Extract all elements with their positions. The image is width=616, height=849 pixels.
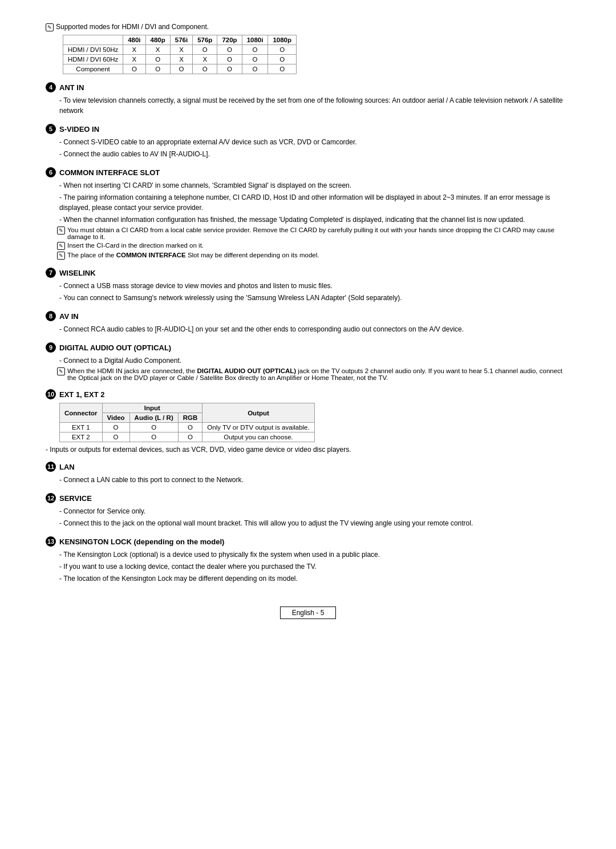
bullet-item: Connect a LAN cable to this port to conn… xyxy=(59,475,570,485)
bullet-item: If you want to use a locking device, con… xyxy=(59,561,570,572)
section-title: S-VIDEO IN xyxy=(59,125,99,134)
section-num: 12 xyxy=(46,493,56,503)
section-ext: 10 EXT 1, EXT 2 Connector Input Output V… xyxy=(46,389,570,454)
intro-section: ✎ Supported modes for HDMI / DVI and Com… xyxy=(46,23,570,74)
footer-label: English - 5 xyxy=(292,609,325,617)
section-num: 13 xyxy=(46,536,56,547)
section-num: 5 xyxy=(46,124,56,134)
section-num: 6 xyxy=(46,167,56,177)
section-title: LAN xyxy=(59,463,75,471)
hdmi-table: 480i 480p 576i 576p 720p 1080i 1080p HDM… xyxy=(63,35,297,74)
bullet-item: Connect this to the jack on the optional… xyxy=(59,518,570,528)
table-row: EXT 2 O O O Output you can choose. xyxy=(60,432,315,442)
section-num: 7 xyxy=(46,268,56,278)
section-header-lan: 11 LAN xyxy=(46,462,570,472)
section-title: WISELINK xyxy=(59,269,96,277)
note-text: You must obtain a CI CARD from a local c… xyxy=(67,227,570,240)
section-av-in: 8 AV IN Connect RCA audio cables to [R-A… xyxy=(46,311,570,334)
section-num: 8 xyxy=(46,311,56,321)
note-icon: ✎ xyxy=(57,242,65,250)
col-header-576p: 576p xyxy=(193,35,217,45)
table-row: EXT 1 O O O Only TV or DTV output is ava… xyxy=(60,423,315,432)
note-icon: ✎ xyxy=(46,23,54,31)
bullet-item: Connect the audio cables to AV IN [R-AUD… xyxy=(59,149,570,159)
section-service: 12 SERVICE Connector for Service only. C… xyxy=(46,493,570,528)
intro-note: ✎ Supported modes for HDMI / DVI and Com… xyxy=(46,23,570,31)
note-row: ✎ You must obtain a CI CARD from a local… xyxy=(57,227,570,240)
intro-note-text: Supported modes for HDMI / DVI and Compo… xyxy=(56,23,209,31)
section-num: 9 xyxy=(46,342,56,353)
section-ant-in: 4 ANT IN To view television channels cor… xyxy=(46,82,570,116)
footer-badge: English - 5 xyxy=(280,607,337,619)
section-header-wiselink: 7 WISELINK xyxy=(46,268,570,278)
note-text: Insert the CI-Card in the direction mark… xyxy=(67,242,570,249)
col-header-blank xyxy=(63,35,123,45)
col-video: Video xyxy=(102,413,129,423)
col-header-480i: 480i xyxy=(123,35,145,45)
col-header-480p: 480p xyxy=(145,35,170,45)
table-row: Component O O O O O O O xyxy=(63,64,297,74)
bullet-item: Connect RCA audio cables to [R-AUDIO-L] … xyxy=(59,324,570,334)
bullet-item: When not inserting 'CI CARD' in some cha… xyxy=(59,180,570,191)
ext-table: Connector Input Output Video Audio (L / … xyxy=(59,403,315,442)
ext-after-text: - Inputs or outputs for external devices… xyxy=(46,446,570,454)
table-row: HDMI / DVI 50Hz X X X O O O O xyxy=(63,45,297,55)
section-title: ANT IN xyxy=(59,83,84,92)
note-text: The place of the COMMON INTERFACE Slot m… xyxy=(67,252,570,258)
section-header-av-in: 8 AV IN xyxy=(46,311,570,321)
bullet-item: When the channel information configurati… xyxy=(59,215,570,225)
section-header-service: 12 SERVICE xyxy=(46,493,570,503)
section-digital-audio: 9 DIGITAL AUDIO OUT (OPTICAL) Connect to… xyxy=(46,342,570,381)
note-text: When the HDMI IN jacks are connected, th… xyxy=(67,367,570,381)
bullet-item: Connect a USB mass storage device to vie… xyxy=(59,281,570,291)
section-header-ext: 10 EXT 1, EXT 2 xyxy=(46,389,570,399)
section-wiselink: 7 WISELINK Connect a USB mass storage de… xyxy=(46,268,570,303)
row-label: HDMI / DVI 50Hz xyxy=(63,45,123,55)
note-icon: ✎ xyxy=(57,367,65,375)
col-audio: Audio (L / R) xyxy=(129,413,178,423)
col-connector: Connector xyxy=(60,403,103,423)
section-title: DIGITAL AUDIO OUT (OPTICAL) xyxy=(59,343,171,352)
section-lan: 11 LAN Connect a LAN cable to this port … xyxy=(46,462,570,485)
section-kensington: 13 KENSINGTON LOCK (depending on the mod… xyxy=(46,536,570,584)
section-title: COMMON INTERFACE SLOT xyxy=(59,168,160,177)
section-header-digital: 9 DIGITAL AUDIO OUT (OPTICAL) xyxy=(46,342,570,353)
bullet-item: Connect to a Digital Audio Component. xyxy=(59,355,570,366)
bullet-item: To view television channels correctly, a… xyxy=(59,95,570,116)
footer: English - 5 xyxy=(46,607,570,619)
col-output: Output xyxy=(202,403,314,423)
note-icon: ✎ xyxy=(57,252,65,260)
section-header-ci: 6 COMMON INTERFACE SLOT xyxy=(46,167,570,177)
bullet-item: The Kensington Lock (optional) is a devi… xyxy=(59,549,570,560)
row-label: HDMI / DVI 60Hz xyxy=(63,55,123,64)
row-label: Component xyxy=(63,64,123,74)
bullet-item: Connector for Service only. xyxy=(59,506,570,516)
section-title: AV IN xyxy=(59,312,79,321)
section-header-ant-in: 4 ANT IN xyxy=(46,82,570,92)
section-s-video-in: 5 S-VIDEO IN Connect S-VIDEO cable to an… xyxy=(46,124,570,159)
section-header-s-video: 5 S-VIDEO IN xyxy=(46,124,570,134)
section-common-interface: 6 COMMON INTERFACE SLOT When not inserti… xyxy=(46,167,570,260)
bullet-item: The pairing information containing a tel… xyxy=(59,192,570,213)
col-header-1080p: 1080p xyxy=(268,35,297,45)
col-input: Input xyxy=(102,403,202,413)
bullet-item: You can connect to Samsung's network wir… xyxy=(59,293,570,303)
bullet-item: The location of the Kensington Lock may … xyxy=(59,573,570,584)
col-header-576i: 576i xyxy=(170,35,192,45)
note-row: ✎ Insert the CI-Card in the direction ma… xyxy=(57,242,570,250)
section-num: 4 xyxy=(46,82,56,92)
col-header-1080i: 1080i xyxy=(242,35,268,45)
section-title: KENSINGTON LOCK (depending on the model) xyxy=(59,537,224,546)
note-icon: ✎ xyxy=(57,227,65,235)
section-title: SERVICE xyxy=(59,494,92,503)
section-num: 10 xyxy=(46,389,56,399)
section-header-kensington: 13 KENSINGTON LOCK (depending on the mod… xyxy=(46,536,570,547)
note-row: ✎ The place of the COMMON INTERFACE Slot… xyxy=(57,252,570,260)
col-header-720p: 720p xyxy=(217,35,242,45)
col-rgb: RGB xyxy=(178,413,202,423)
section-title: EXT 1, EXT 2 xyxy=(59,390,104,399)
bullet-item: Connect S-VIDEO cable to an appropriate … xyxy=(59,137,570,147)
table-row: HDMI / DVI 60Hz X O X X O O O xyxy=(63,55,297,64)
section-num: 11 xyxy=(46,462,56,472)
note-row: ✎ When the HDMI IN jacks are connected, … xyxy=(57,367,570,381)
